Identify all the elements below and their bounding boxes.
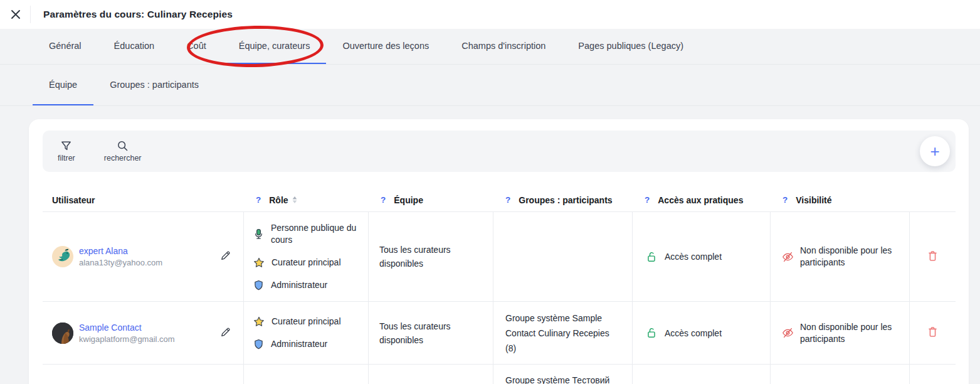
settings-tab-bar: Général Éducation Coût Équipe, curateurs… <box>0 29 980 65</box>
col-header-equipe: ? Équipe <box>368 195 493 205</box>
tab-equipe-curateurs[interactable]: Équipe, curateurs <box>223 29 327 64</box>
actions-cell <box>909 365 956 384</box>
role-item: Curateur principal <box>253 257 341 269</box>
user-email: alana13ty@yahoo.com <box>79 258 218 267</box>
filter-icon <box>60 140 72 152</box>
groupes-cell <box>493 212 632 301</box>
table-row: expert Alana alana13ty@yahoo.com Personn… <box>43 212 956 302</box>
actions-cell <box>909 212 956 301</box>
groupes-cell: Groupe système Тестовий <box>493 365 632 384</box>
star-icon <box>253 316 265 328</box>
subtab-equipe[interactable]: Équipe <box>33 65 93 105</box>
plus-icon: + <box>930 143 939 159</box>
role-item: Curateur principal <box>253 316 341 328</box>
role-item: Administrateur <box>253 338 327 350</box>
star-icon <box>253 257 265 269</box>
acces-label: Accès complet <box>665 328 722 338</box>
page-title: Paramètres du cours: Culinary Recepies <box>43 9 233 20</box>
role-item: Administrateur <box>253 279 327 291</box>
avatar <box>52 323 73 344</box>
unlock-icon <box>646 327 657 339</box>
col-header-role: ? Rôle <box>243 195 368 205</box>
trash-icon <box>927 250 939 262</box>
user-cell: expert Alana alana13ty@yahoo.com <box>43 212 243 301</box>
search-icon <box>117 140 129 152</box>
search-button[interactable]: rechercher <box>98 140 148 163</box>
role-cell <box>243 365 368 384</box>
shield-icon <box>253 339 264 350</box>
role-cell: Curateur principal Administrateur <box>243 302 368 364</box>
acces-cell <box>632 365 770 384</box>
delete-user-button[interactable] <box>925 324 940 341</box>
table-row: Sample Contact kwigaplatform@gmail.com C… <box>43 302 956 365</box>
acces-label: Accès complet <box>665 252 722 262</box>
filter-button[interactable]: filtrer <box>51 140 82 163</box>
team-subtab-bar: Équipe Groupes : participants <box>0 65 980 106</box>
pencil-icon <box>219 326 231 338</box>
equipe-cell: Tous les curateurs disponibles <box>368 212 493 301</box>
user-cell <box>43 365 243 384</box>
equipe-cell: Tous les curateurs disponibles <box>368 302 493 364</box>
user-name-link[interactable]: Sample Contact <box>79 323 218 333</box>
visibilite-cell: Non disponible pour les participants <box>770 302 909 364</box>
unlock-icon <box>646 251 657 263</box>
groupes-cell: Groupe système Sample Contact Culinary R… <box>493 302 632 364</box>
help-icon[interactable]: ? <box>256 195 261 205</box>
tab-general[interactable]: Général <box>33 29 98 64</box>
table-header-row: Utilisateur ? Rôle ? Équipe ? Groupes : … <box>43 188 956 212</box>
team-card: filtrer rechercher + Utilisateur ? Rôle <box>29 119 969 384</box>
role-cell: Personne publique du cours Curateur prin… <box>243 212 368 301</box>
col-header-acces: ? Accès aux pratiques <box>632 195 770 205</box>
filter-label: filtrer <box>58 154 75 163</box>
pencil-icon <box>219 250 231 262</box>
tab-cout[interactable]: Coût <box>171 29 223 64</box>
role-label: Curateur principal <box>271 316 341 328</box>
trash-icon <box>927 326 939 338</box>
role-label: Personne publique du cours <box>271 222 357 246</box>
tab-education[interactable]: Éducation <box>98 29 171 64</box>
add-member-button[interactable]: + <box>920 136 950 166</box>
acces-cell: Accès complet <box>632 212 770 301</box>
tab-ouverture-des-lecons[interactable]: Ouverture des leçons <box>326 29 445 64</box>
role-label: Curateur principal <box>271 257 341 269</box>
actions-cell <box>909 302 956 364</box>
team-table: Utilisateur ? Rôle ? Équipe ? Groupes : … <box>43 188 956 384</box>
avatar <box>52 246 73 267</box>
user-name-link[interactable]: expert Alana <box>79 246 218 256</box>
microphone-icon <box>253 228 264 240</box>
visibilite-label: Non disponible pour les participants <box>800 245 902 269</box>
eye-off-icon <box>782 251 794 263</box>
edit-user-button[interactable] <box>218 248 233 265</box>
delete-user-button[interactable] <box>925 248 940 265</box>
col-header-utilisateur: Utilisateur <box>43 195 243 205</box>
equipe-cell <box>368 365 493 384</box>
col-header-visibilite: ? Visibilité <box>770 195 909 205</box>
help-icon[interactable]: ? <box>505 195 510 205</box>
role-label: Administrateur <box>271 338 327 350</box>
table-toolbar: filtrer rechercher + <box>43 131 956 172</box>
col-header-groupes: ? Groupes : participants <box>493 195 632 205</box>
subtab-groupes-participants[interactable]: Groupes : participants <box>93 65 215 105</box>
dog-avatar-photo <box>52 323 73 344</box>
role-item: Personne publique du cours <box>253 222 357 246</box>
acces-cell: Accès complet <box>632 302 770 364</box>
tab-pages-publiques-legacy[interactable]: Pages publiques (Legacy) <box>562 29 700 64</box>
header-divider <box>30 6 31 23</box>
visibilite-cell <box>770 365 909 384</box>
search-label: rechercher <box>104 154 142 163</box>
help-icon[interactable]: ? <box>645 195 650 205</box>
help-icon[interactable]: ? <box>782 195 788 205</box>
help-icon[interactable]: ? <box>381 195 386 205</box>
close-button[interactable] <box>5 4 26 25</box>
table-row: Groupe système Тестовий <box>43 365 956 384</box>
tab-champs-inscription[interactable]: Champs d'inscription <box>445 29 562 64</box>
role-label: Administrateur <box>271 279 327 291</box>
user-email: kwigaplatform@gmail.com <box>79 334 218 344</box>
user-cell: Sample Contact kwigaplatform@gmail.com <box>43 302 243 364</box>
visibilite-cell: Non disponible pour les participants <box>770 212 909 301</box>
visibilite-label: Non disponible pour les participants <box>800 321 902 345</box>
edit-user-button[interactable] <box>218 325 233 341</box>
sort-icon[interactable] <box>292 196 297 203</box>
modal-header: Paramètres du cours: Culinary Recepies <box>0 0 980 29</box>
close-icon <box>9 8 22 21</box>
